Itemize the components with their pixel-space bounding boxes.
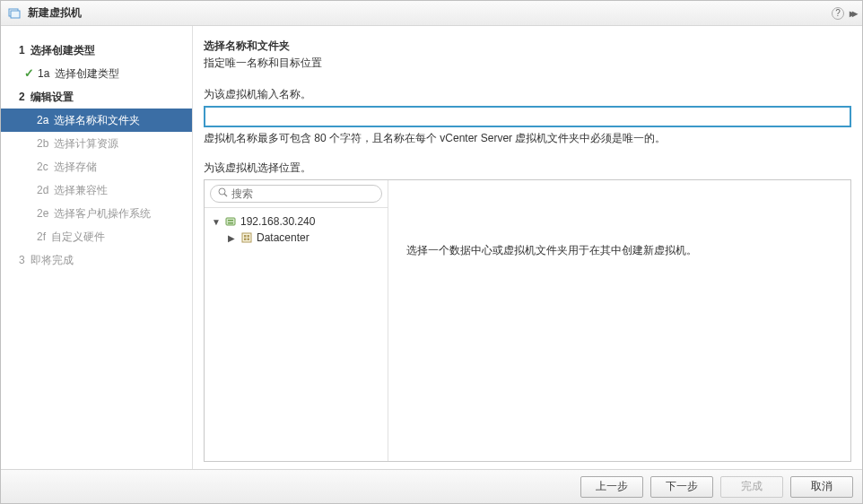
titlebar: 新建虚拟机 ? ▸▸ — [1, 1, 862, 26]
datacenter-icon — [240, 231, 253, 244]
new-vm-dialog: 新建虚拟机 ? ▸▸ 1 选择创建类型 ✓ 1a 选择创建类型 2 编辑设置 2… — [0, 0, 863, 504]
content-heading: 选择名称和文件夹 — [204, 39, 851, 54]
svg-rect-7 — [242, 233, 251, 242]
search-icon — [218, 187, 228, 200]
next-button[interactable]: 下一步 — [650, 476, 713, 498]
finish-button: 完成 — [720, 476, 783, 498]
vm-icon — [8, 7, 21, 20]
vcenter-icon — [224, 215, 237, 228]
step-2c: 2c 选择存储 — [1, 155, 192, 178]
expand-icon[interactable]: ▸▸ — [850, 7, 855, 20]
name-hint: 虚拟机名称最多可包含 80 个字符，且名称在每个 vCenter Server … — [204, 131, 851, 146]
collapse-icon[interactable]: ▼ — [212, 217, 221, 227]
expand-icon[interactable]: ▶ — [228, 233, 237, 243]
svg-rect-8 — [244, 235, 247, 238]
help-icon[interactable]: ? — [832, 7, 844, 20]
svg-rect-6 — [228, 222, 233, 224]
location-hint: 选择一个数据中心或虚拟机文件夹用于在其中创建新虚拟机。 — [406, 243, 697, 258]
svg-rect-9 — [248, 235, 250, 238]
svg-rect-1 — [11, 11, 20, 18]
content-subheading: 指定唯一名称和目标位置 — [204, 56, 851, 71]
svg-rect-10 — [244, 239, 247, 241]
svg-rect-4 — [226, 218, 235, 225]
step-2e: 2e 选择客户机操作系统 — [1, 202, 192, 225]
search-input[interactable] — [231, 187, 374, 200]
step-2d: 2d 选择兼容性 — [1, 178, 192, 202]
search-box[interactable] — [210, 185, 382, 203]
back-button[interactable]: 上一步 — [580, 476, 643, 498]
content-panel: 选择名称和文件夹 指定唯一名称和目标位置 为该虚拟机输入名称。 虚拟机名称最多可… — [193, 26, 862, 469]
tree-node-host[interactable]: ▼ 192.168.30.240 — [208, 213, 384, 230]
step-1a[interactable]: ✓ 1a 选择创建类型 — [1, 62, 192, 85]
svg-line-3 — [224, 194, 227, 196]
step-2: 2 编辑设置 — [1, 85, 192, 109]
step-2f: 2f 自定义硬件 — [1, 225, 192, 248]
svg-rect-11 — [248, 239, 250, 241]
svg-point-2 — [219, 188, 225, 195]
location-hint-panel: 选择一个数据中心或虚拟机文件夹用于在其中创建新虚拟机。 — [388, 180, 850, 461]
tree-node-label: 192.168.30.240 — [240, 215, 315, 228]
location-panel: ▼ 192.168.30.240 ▶ Datacenter — [204, 179, 851, 462]
cancel-button[interactable]: 取消 — [790, 476, 853, 498]
vm-name-input[interactable] — [204, 106, 851, 127]
tree-node-label: Datacenter — [257, 231, 309, 244]
step-3: 3 即将完成 — [1, 248, 192, 272]
step-2b: 2b 选择计算资源 — [1, 132, 192, 155]
step-2a[interactable]: 2a 选择名称和文件夹 — [1, 109, 192, 132]
tree-container: ▼ 192.168.30.240 ▶ Datacenter — [205, 180, 388, 461]
step-1: 1 选择创建类型 — [1, 39, 192, 62]
svg-rect-5 — [228, 220, 233, 222]
location-label: 为该虚拟机选择位置。 — [204, 161, 851, 176]
name-label: 为该虚拟机输入名称。 — [204, 87, 851, 102]
wizard-sidebar: 1 选择创建类型 ✓ 1a 选择创建类型 2 编辑设置 2a 选择名称和文件夹 … — [1, 26, 193, 469]
dialog-footer: 上一步 下一步 完成 取消 — [1, 469, 862, 503]
check-icon: ✓ — [24, 65, 34, 82]
tree-node-datacenter[interactable]: ▶ Datacenter — [208, 230, 384, 246]
dialog-title: 新建虚拟机 — [28, 5, 82, 21]
